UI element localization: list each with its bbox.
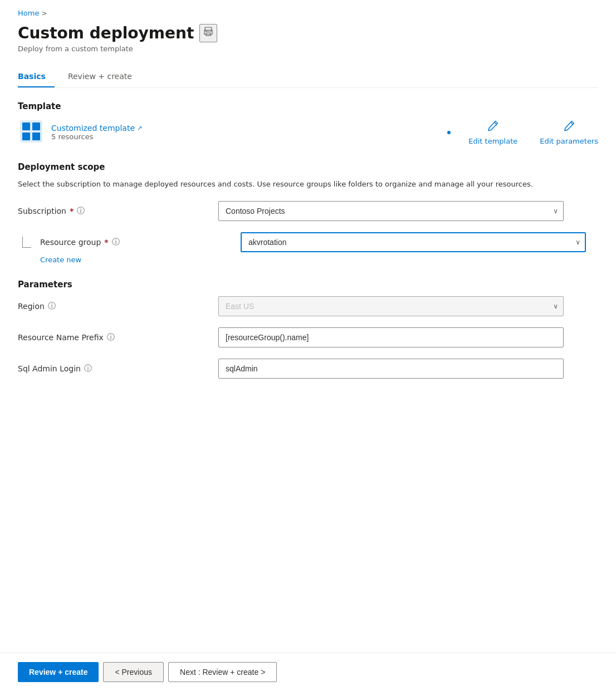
deployment-scope-section: Deployment scope Select the subscription… (18, 162, 598, 264)
template-info: Customized template ↗ 5 resources (51, 124, 429, 141)
edit-parameters-label: Edit parameters (540, 137, 598, 145)
external-link-icon: ↗ (137, 125, 142, 132)
template-icon (18, 118, 45, 146)
resource-name-prefix-label: Resource Name Prefix ⓘ (18, 332, 218, 342)
rg-required: * (104, 238, 108, 247)
resource-name-prefix-control (218, 327, 564, 347)
page-header: Custom deployment (18, 24, 598, 42)
subscription-info-icon[interactable]: ⓘ (77, 206, 85, 216)
svg-rect-5 (22, 122, 30, 130)
page-title: Custom deployment (18, 24, 194, 42)
resource-group-row: Resource group * ⓘ akvrotation ∨ Create (18, 232, 598, 264)
resource-group-label: Resource group * ⓘ (40, 237, 241, 247)
template-section: Template Customized template ↗ 5 resourc… (18, 101, 598, 146)
region-select[interactable]: East US (218, 296, 564, 316)
review-create-button[interactable]: Review + create (18, 662, 99, 682)
rg-control: akvrotation ∨ (241, 232, 586, 252)
rg-indent-line (22, 237, 31, 248)
resource-name-prefix-input[interactable] (218, 327, 564, 347)
dot-indicator (447, 131, 451, 134)
rg-select-wrapper: akvrotation ∨ (241, 232, 586, 252)
template-link[interactable]: Customized template ↗ (51, 124, 429, 133)
deployment-scope-heading: Deployment scope (18, 162, 598, 172)
edit-template-label: Edit template (468, 137, 517, 145)
svg-rect-7 (22, 133, 30, 140)
region-info-icon[interactable]: ⓘ (48, 301, 56, 311)
breadcrumb-separator: > (41, 9, 47, 17)
scope-description: Select the subscription to manage deploy… (18, 179, 598, 190)
svg-rect-1 (204, 30, 212, 35)
tab-review-create[interactable]: Review + create (68, 66, 141, 87)
page-subtitle: Deploy from a custom template (18, 45, 598, 53)
region-label: Region ⓘ (18, 301, 218, 311)
edit-template-button[interactable]: Edit template (468, 120, 517, 145)
sql-admin-login-label: Sql Admin Login ⓘ (18, 364, 218, 374)
subscription-select[interactable]: Contoso Projects (218, 201, 564, 221)
subscription-required: * (70, 207, 74, 215)
subscription-select-wrapper: Contoso Projects ∨ (218, 201, 564, 221)
resource-group-select[interactable]: akvrotation (241, 232, 586, 252)
template-section-heading: Template (18, 101, 598, 111)
subscription-field: Subscription * ⓘ Contoso Projects ∨ (18, 201, 598, 221)
region-select-wrapper: East US ∨ (218, 296, 564, 316)
region-control: East US ∨ (218, 296, 564, 316)
resource-name-prefix-info-icon[interactable]: ⓘ (107, 332, 115, 342)
resource-group-field: Resource group * ⓘ akvrotation ∨ (40, 232, 598, 252)
rg-content: Resource group * ⓘ akvrotation ∨ Create (40, 232, 598, 264)
region-field: Region ⓘ East US ∨ (18, 296, 598, 316)
footer: Review + create < Previous Next : Review… (0, 653, 616, 691)
rg-info-icon[interactable]: ⓘ (112, 237, 120, 247)
sql-admin-login-control (218, 359, 564, 379)
template-card: Customized template ↗ 5 resources Edit t… (18, 118, 598, 146)
template-actions: Edit template Edit parameters (468, 120, 598, 145)
svg-rect-0 (205, 27, 212, 31)
print-button[interactable] (199, 24, 217, 42)
svg-rect-8 (32, 133, 40, 140)
create-new-link[interactable]: Create new (40, 256, 598, 264)
breadcrumb: Home > (18, 9, 598, 17)
rg-indent (18, 232, 40, 248)
svg-rect-6 (32, 122, 40, 130)
next-button[interactable]: Next : Review + create > (168, 662, 277, 682)
resource-name-prefix-field: Resource Name Prefix ⓘ (18, 327, 598, 347)
previous-button[interactable]: < Previous (103, 662, 164, 682)
pencil-icon (487, 120, 499, 135)
svg-rect-3 (206, 31, 207, 32)
sql-admin-login-field: Sql Admin Login ⓘ (18, 359, 598, 379)
tab-basics[interactable]: Basics (18, 66, 55, 87)
pencil-params-icon (563, 120, 575, 135)
subscription-control: Contoso Projects ∨ (218, 201, 564, 221)
sql-admin-login-info-icon[interactable]: ⓘ (84, 364, 92, 374)
home-link[interactable]: Home (18, 9, 39, 17)
sql-admin-login-input[interactable] (218, 359, 564, 379)
parameters-section: Parameters Region ⓘ East US ∨ Resource N… (18, 280, 598, 379)
subscription-label: Subscription * ⓘ (18, 206, 218, 216)
tabs-container: Basics Review + create (18, 66, 598, 88)
template-resources: 5 resources (51, 133, 429, 141)
edit-parameters-button[interactable]: Edit parameters (540, 120, 598, 145)
parameters-heading: Parameters (18, 280, 598, 290)
